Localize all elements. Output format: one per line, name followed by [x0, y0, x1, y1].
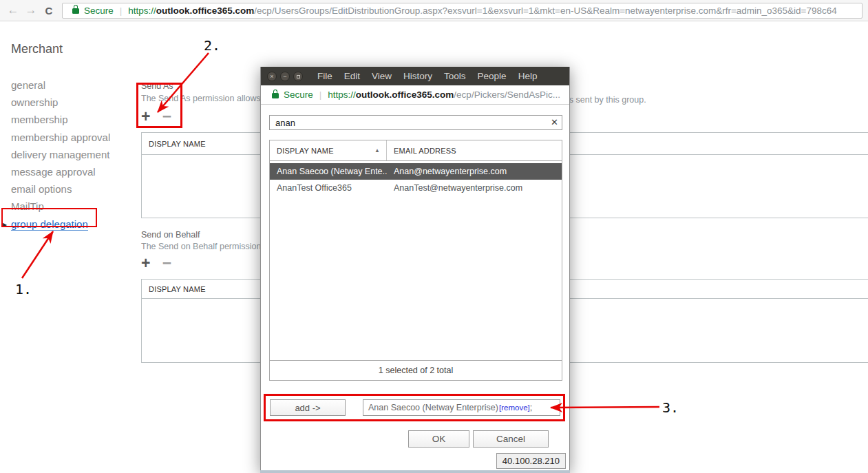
sidebar-item-message-approval[interactable]: message approval: [11, 163, 138, 180]
annotation-label-3: 3.: [662, 399, 679, 416]
secure-label: Secure: [284, 90, 313, 100]
ok-button[interactable]: OK: [408, 430, 469, 448]
sidebar-item-ownership[interactable]: ownership: [11, 94, 138, 111]
dialog-menubar: File Edit View History Tools People Help: [317, 71, 537, 81]
send-on-behalf-label: Send on Behalf: [141, 230, 200, 240]
url-separator: |: [319, 90, 322, 100]
window-bottom-edge: [260, 470, 570, 473]
search-input[interactable]: [269, 115, 562, 130]
menu-help[interactable]: Help: [518, 71, 538, 81]
url-separator: |: [120, 6, 123, 16]
back-icon[interactable]: ←: [4, 3, 22, 17]
dialog-titlebar: × − File Edit View History Tools People …: [261, 67, 569, 85]
recipient-table: DISPLAY NAME ▲ EMAIL ADDRESS Anan Saecoo…: [269, 140, 562, 381]
group-title: Merchant: [11, 42, 138, 56]
maximize-square: [297, 75, 300, 78]
table-row[interactable]: Anan Saecoo (Netway Ente... Anan@netwaye…: [270, 163, 562, 180]
menu-file[interactable]: File: [317, 71, 332, 81]
secure-label: Secure: [84, 6, 114, 16]
table-row[interactable]: AnanTest Office365 AnanTest@netwayenterp…: [270, 180, 562, 196]
secure-lock-icon: [72, 8, 79, 14]
remove-link[interactable]: [remove]: [499, 403, 530, 412]
ip-address-badge: 40.100.28.210: [496, 453, 566, 469]
maximize-icon[interactable]: [293, 72, 303, 81]
sidebar-nav: general ownership membership membership …: [11, 76, 138, 233]
annotation-arrow-1: [22, 231, 53, 278]
remove-icon[interactable]: −: [162, 107, 171, 125]
address-bar[interactable]: Secure | https://outlook.office365.com/e…: [62, 3, 862, 19]
dialog-url: https://outlook.office365.com/ecp/Picker…: [328, 90, 560, 100]
selected-recipients-field[interactable]: Anan Saecoo (Netway Enterprise)[remove];: [363, 399, 560, 416]
remove-icon[interactable]: −: [162, 254, 171, 272]
send-as-description-cont: is sent by this group.: [567, 95, 646, 105]
sidebar-item-delivery-management[interactable]: delivery management: [11, 146, 138, 163]
column-email-address[interactable]: EMAIL ADDRESS: [387, 140, 562, 160]
recipient-name: Anan Saecoo (Netway Enterprise): [368, 403, 498, 412]
active-item-arrow-icon: ▶: [3, 216, 7, 233]
recipient-suffix: ;: [530, 403, 532, 412]
sidebar-item-email-options[interactable]: email options: [11, 180, 138, 198]
annotation-label-2: 2.: [204, 37, 220, 54]
send-on-behalf-toolbar: + −: [141, 255, 171, 271]
send-on-behalf-description: The Send on Behalf permission al: [141, 242, 271, 251]
selection-status: 1 selected of 2 total: [270, 360, 562, 380]
close-icon[interactable]: ×: [267, 72, 277, 81]
send-as-description: The Send As permission allows th: [141, 94, 271, 103]
cancel-button[interactable]: Cancel: [473, 430, 549, 448]
clear-search-icon[interactable]: ✕: [551, 117, 558, 127]
menu-tools[interactable]: Tools: [444, 71, 466, 81]
column-display-name[interactable]: DISPLAY NAME ▲: [270, 140, 387, 160]
sidebar-item-membership[interactable]: membership: [11, 111, 138, 128]
add-icon[interactable]: +: [141, 254, 150, 272]
sidebar-item-group-delegation[interactable]: ▶ group delegation: [11, 216, 138, 233]
send-as-toolbar: + −: [141, 109, 171, 125]
recipient-search: ✕: [269, 115, 562, 130]
menu-history[interactable]: History: [403, 71, 432, 81]
sidebar-item-general[interactable]: general: [11, 76, 138, 94]
sidebar-item-membership-approval[interactable]: membership approval: [11, 129, 138, 146]
sidebar-item-mailtip[interactable]: MailTip: [11, 198, 138, 215]
browser-toolbar: ← → C Secure | https://outlook.office365…: [0, 0, 868, 21]
minimize-icon[interactable]: −: [280, 72, 290, 81]
add-button[interactable]: add ->: [270, 399, 346, 416]
recipient-table-header: DISPLAY NAME ▲ EMAIL ADDRESS: [270, 140, 562, 161]
reload-icon[interactable]: C: [40, 5, 58, 17]
secure-lock-icon: [272, 93, 279, 98]
forward-icon[interactable]: →: [22, 3, 40, 17]
menu-edit[interactable]: Edit: [344, 71, 360, 81]
menu-view[interactable]: View: [372, 71, 392, 81]
dialog-address-bar[interactable]: Secure | https://outlook.office365.com/e…: [261, 85, 569, 105]
annotation-label-1: 1.: [15, 281, 32, 297]
send-as-label: Send As: [141, 81, 173, 91]
group-settings-sidebar: Merchant general ownership membership me…: [11, 42, 138, 233]
menu-people[interactable]: People: [478, 71, 507, 81]
add-icon[interactable]: +: [141, 107, 150, 125]
sort-ascending-icon: ▲: [374, 147, 380, 154]
send-as-picker-dialog: × − File Edit View History Tools People …: [260, 67, 570, 473]
page-url: https://outlook.office365.com/ecp/UsersG…: [128, 6, 836, 16]
